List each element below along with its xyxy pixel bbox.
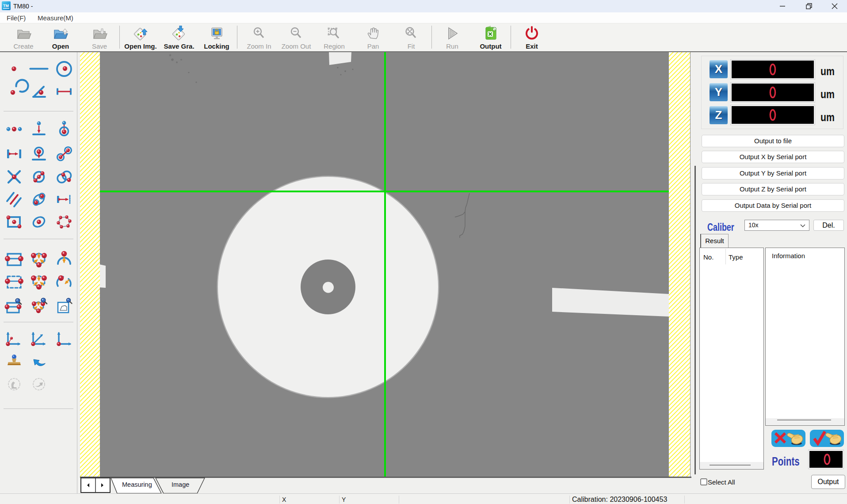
svg-text:Image: Image [172,481,189,488]
svg-text:Measuring: Measuring [122,481,152,488]
svg-text:TM: TM [3,4,9,8]
